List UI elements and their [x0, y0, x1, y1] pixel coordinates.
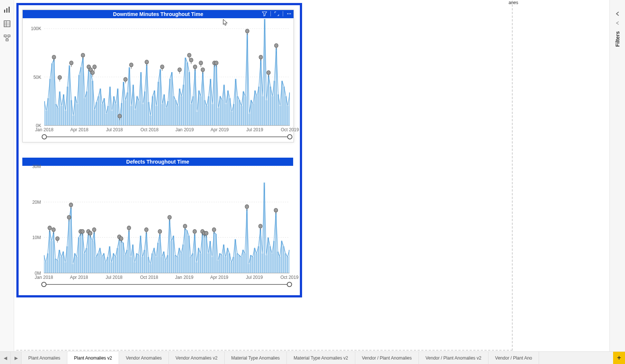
- anomaly-marker[interactable]: [199, 61, 203, 67]
- tabstrip-scroll-right[interactable]: ▶: [11, 352, 22, 364]
- page-tab[interactable]: Vendor Anomalies: [119, 352, 169, 364]
- expand-pane-icon[interactable]: [615, 11, 620, 17]
- slider-handle-start[interactable]: [42, 134, 47, 139]
- data-view-icon[interactable]: [3, 20, 11, 28]
- anomaly-marker[interactable]: [52, 228, 55, 233]
- anomaly-marker[interactable]: [127, 226, 131, 232]
- page-tab[interactable]: Vendor Anomalies v2: [169, 352, 225, 364]
- chart-title: Downtime Minutes Throughout Time ⋯: [23, 10, 294, 18]
- anomaly-marker[interactable]: [69, 203, 73, 209]
- svg-rect-126: [262, 96, 263, 125]
- filter-icon[interactable]: [262, 11, 267, 17]
- more-options-icon[interactable]: ⋯: [286, 11, 292, 17]
- anomaly-marker[interactable]: [275, 44, 278, 49]
- anomaly-marker[interactable]: [178, 68, 182, 74]
- svg-rect-96: [204, 100, 205, 125]
- chart-defects[interactable]: Defects Throughout Time 0M10M20M30M Jan …: [22, 158, 293, 290]
- anomaly-marker[interactable]: [246, 29, 249, 35]
- page-tab[interactable]: Vendor / Plant Anomalies: [355, 352, 419, 364]
- svg-point-157: [118, 114, 122, 118]
- svg-rect-308: [262, 254, 263, 273]
- anomaly-marker[interactable]: [259, 55, 263, 61]
- svg-rect-322: [289, 250, 289, 273]
- svg-rect-28: [73, 116, 74, 125]
- svg-point-165: [160, 65, 164, 69]
- svg-rect-90: [192, 96, 194, 125]
- anomaly-marker[interactable]: [193, 65, 197, 71]
- svg-rect-137: [283, 87, 285, 125]
- anomaly-marker[interactable]: [92, 228, 96, 233]
- svg-point-339: [89, 231, 92, 235]
- anomaly-marker[interactable]: [183, 224, 187, 230]
- chart-downtime-minutes[interactable]: Downtime Minutes Throughout Time ⋯ 0K50K…: [22, 10, 294, 142]
- svg-rect-56: [126, 93, 128, 125]
- anomaly-marker[interactable]: [201, 68, 205, 74]
- model-view-icon[interactable]: [3, 34, 11, 42]
- page-tab[interactable]: Plant Anomalies v2: [67, 352, 119, 364]
- time-range-slider[interactable]: [44, 283, 289, 286]
- add-page-button[interactable]: +: [613, 352, 625, 364]
- slider-handle-end[interactable]: [287, 282, 292, 287]
- svg-point-367: [245, 204, 249, 209]
- x-tick-label: Jul 2019: [246, 275, 263, 280]
- anomaly-marker[interactable]: [145, 60, 148, 66]
- anomaly-marker[interactable]: [267, 71, 270, 77]
- anomaly-marker[interactable]: [259, 224, 262, 230]
- anomaly-marker[interactable]: [158, 229, 162, 235]
- svg-rect-246: [142, 257, 143, 273]
- svg-rect-220: [92, 241, 93, 273]
- anomaly-marker[interactable]: [168, 215, 172, 221]
- anomaly-marker[interactable]: [193, 229, 196, 235]
- page-tab[interactable]: Material Type Anomalies: [225, 352, 287, 364]
- svg-point-147: [81, 53, 85, 57]
- plot-surface[interactable]: [44, 19, 290, 126]
- svg-rect-289: [225, 257, 226, 273]
- time-range-slider[interactable]: [44, 135, 290, 138]
- page-tab[interactable]: Vendor / Plant Ano: [488, 352, 539, 364]
- anomaly-marker[interactable]: [52, 55, 56, 61]
- svg-point-323: [48, 226, 52, 230]
- anomaly-marker[interactable]: [58, 75, 62, 81]
- svg-rect-305: [256, 254, 257, 273]
- svg-rect-201: [55, 259, 56, 273]
- anomaly-marker[interactable]: [144, 228, 148, 233]
- anomaly-marker[interactable]: [81, 53, 85, 59]
- svg-rect-105: [221, 100, 223, 125]
- svg-rect-282: [211, 257, 213, 273]
- x-tick-label: Jul 2018: [106, 127, 123, 132]
- focus-mode-icon[interactable]: [274, 11, 280, 17]
- plot-surface[interactable]: [44, 167, 289, 273]
- svg-point-357: [193, 229, 196, 233]
- page-tab[interactable]: Vendor / Plant Anomalies v2: [419, 352, 488, 364]
- slider-handle-end[interactable]: [287, 134, 292, 139]
- anomaly-marker[interactable]: [189, 58, 193, 64]
- visual-selection-frame[interactable]: Downtime Minutes Throughout Time ⋯ 0K50K…: [16, 3, 302, 297]
- page-tab[interactable]: Plant Anomalies: [22, 352, 67, 364]
- svg-rect-285: [217, 261, 219, 273]
- anomaly-marker[interactable]: [274, 208, 278, 214]
- anomaly-marker[interactable]: [93, 65, 96, 71]
- svg-rect-41: [97, 96, 99, 125]
- y-tick-label: 30M: [25, 164, 41, 169]
- svg-rect-312: [269, 247, 271, 273]
- report-view-icon[interactable]: [3, 6, 11, 13]
- anomaly-marker[interactable]: [212, 228, 216, 233]
- anomaly-marker[interactable]: [245, 204, 249, 210]
- svg-rect-85: [183, 85, 184, 125]
- anomaly-marker[interactable]: [55, 236, 59, 242]
- svg-point-167: [178, 68, 182, 72]
- svg-rect-219: [90, 236, 91, 273]
- svg-rect-223: [97, 254, 99, 273]
- tabstrip-scroll-left[interactable]: ◀: [0, 352, 11, 364]
- slider-handle-start[interactable]: [41, 282, 47, 287]
- y-axis: 0M10M20M30M: [25, 167, 42, 273]
- page-tab[interactable]: Material Type Anomalies v2: [287, 352, 355, 364]
- anomaly-marker[interactable]: [48, 226, 52, 232]
- x-tick-label: Jul 2018: [106, 275, 122, 280]
- svg-rect-321: [287, 257, 288, 273]
- svg-rect-280: [208, 254, 209, 273]
- svg-rect-298: [242, 250, 244, 273]
- filters-pane-collapsed[interactable]: Filters: [609, 0, 625, 351]
- svg-rect-214: [80, 234, 81, 273]
- svg-rect-274: [196, 262, 197, 273]
